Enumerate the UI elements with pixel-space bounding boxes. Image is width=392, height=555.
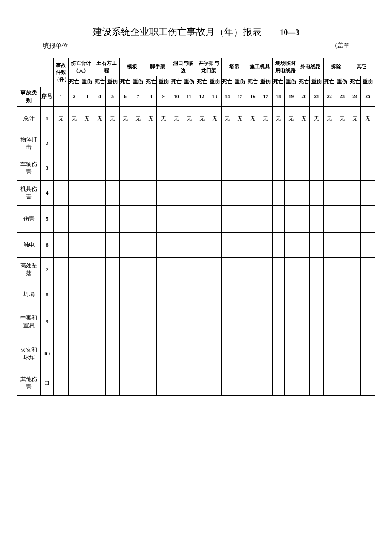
data-cell xyxy=(53,371,68,395)
data-cell xyxy=(182,205,196,232)
data-cell xyxy=(310,180,323,205)
data-cell xyxy=(119,337,131,371)
sub-injury: 重伤 xyxy=(361,76,375,87)
data-cell xyxy=(323,156,335,180)
row-label: 触电 xyxy=(17,232,41,257)
data-cell xyxy=(196,257,208,282)
data-cell xyxy=(222,180,233,205)
colnum: 9 xyxy=(157,87,170,106)
data-cell xyxy=(284,205,298,232)
colnum: 19 xyxy=(284,87,298,106)
data-cell xyxy=(145,180,156,205)
data-cell xyxy=(68,337,80,371)
data-cell xyxy=(310,307,323,337)
colnum: 5 xyxy=(106,87,119,106)
data-cell xyxy=(361,205,375,232)
data-cell xyxy=(273,337,284,371)
data-cell xyxy=(106,337,119,371)
data-cell xyxy=(119,307,131,337)
data-cell xyxy=(170,156,182,180)
sub-death: 死亡 xyxy=(68,76,80,87)
data-cell xyxy=(68,232,80,257)
data-cell xyxy=(323,232,335,257)
data-cell: 无 xyxy=(106,106,119,131)
data-cell xyxy=(259,205,272,232)
data-cell xyxy=(196,307,208,337)
data-cell: 无 xyxy=(53,106,68,131)
data-cell xyxy=(157,180,170,205)
seq-label: 序号 xyxy=(40,87,53,106)
data-cell xyxy=(259,307,272,337)
data-cell xyxy=(106,156,119,180)
data-cell xyxy=(53,131,68,156)
data-cell xyxy=(145,307,156,337)
table-head: 事故件数（件） 伤亡合计（人） 土石方工程 模板 脚手架 洞口与临边 井字架与龙… xyxy=(17,58,375,107)
data-cell xyxy=(68,131,80,156)
data-cell: 无 xyxy=(284,106,298,131)
data-cell xyxy=(145,131,156,156)
data-cell xyxy=(145,156,156,180)
data-cell xyxy=(284,232,298,257)
data-cell xyxy=(157,131,170,156)
data-cell xyxy=(349,257,360,282)
data-cell xyxy=(53,337,68,371)
colnum: 8 xyxy=(145,87,156,106)
data-cell xyxy=(94,205,105,232)
data-cell xyxy=(80,257,94,282)
empty-corner xyxy=(17,58,54,87)
data-cell xyxy=(247,257,259,282)
data-cell xyxy=(273,232,284,257)
data-cell xyxy=(170,131,182,156)
data-cell xyxy=(222,205,233,232)
data-cell xyxy=(335,371,349,395)
data-cell xyxy=(131,337,145,371)
data-cell xyxy=(349,337,360,371)
table-body: 总计1无无无无无无无无无无无无无无无无无无无无无无无无无物体打击2车辆伤害3机具… xyxy=(17,106,375,395)
data-cell xyxy=(68,156,80,180)
data-cell xyxy=(53,282,68,307)
data-cell xyxy=(323,180,335,205)
grp-other: 其它 xyxy=(349,58,375,76)
data-cell: 无 xyxy=(349,106,360,131)
colnum: 17 xyxy=(259,87,272,106)
data-cell xyxy=(208,131,221,156)
data-cell xyxy=(233,371,247,395)
data-cell xyxy=(68,180,80,205)
row-seq: 5 xyxy=(40,205,53,232)
data-cell xyxy=(182,156,196,180)
data-cell xyxy=(119,257,131,282)
data-cell xyxy=(208,232,221,257)
colnum: 16 xyxy=(247,87,259,106)
data-cell xyxy=(284,371,298,395)
data-cell xyxy=(335,156,349,180)
table-row: 总计1无无无无无无无无无无无无无无无无无无无无无无无无无 xyxy=(17,106,375,131)
data-cell xyxy=(196,337,208,371)
data-cell xyxy=(361,131,375,156)
data-cell xyxy=(349,156,360,180)
data-cell xyxy=(208,205,221,232)
data-cell xyxy=(259,337,272,371)
grp-demolish: 拆除 xyxy=(323,58,349,76)
data-cell xyxy=(222,232,233,257)
sub-injury: 重伤 xyxy=(284,76,298,87)
data-cell xyxy=(145,337,156,371)
data-cell: 无 xyxy=(170,106,182,131)
data-cell: 无 xyxy=(131,106,145,131)
data-cell xyxy=(131,307,145,337)
data-cell xyxy=(233,156,247,180)
data-cell xyxy=(284,337,298,371)
header-row-2: 死亡重伤 死亡重伤 死亡重伤 死亡重伤 死亡重伤 死亡重伤 死亡重伤 死亡重伤 … xyxy=(17,76,375,87)
data-cell xyxy=(208,180,221,205)
data-cell xyxy=(170,282,182,307)
data-cell xyxy=(157,232,170,257)
data-cell xyxy=(233,257,247,282)
data-cell xyxy=(310,337,323,371)
colnum: 1 xyxy=(53,87,68,106)
data-cell xyxy=(310,371,323,395)
data-cell xyxy=(222,307,233,337)
data-cell xyxy=(131,156,145,180)
data-cell xyxy=(222,257,233,282)
data-cell xyxy=(80,131,94,156)
data-cell xyxy=(284,282,298,307)
data-cell xyxy=(298,131,309,156)
